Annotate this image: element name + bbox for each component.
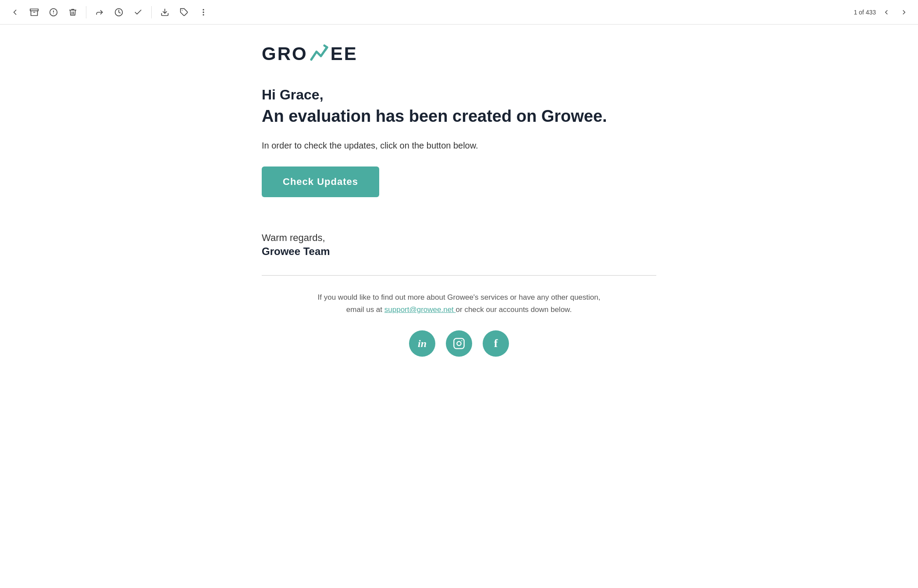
done-button[interactable] [130, 4, 146, 20]
footer-line2: email us at [346, 305, 382, 314]
pagination-prev[interactable] [879, 5, 893, 19]
support-email-link[interactable]: support@growee.net [384, 305, 456, 314]
footer-line1: If you would like to find out more about… [318, 293, 601, 301]
svg-point-9 [203, 12, 204, 13]
footer-text: If you would like to find out more about… [262, 291, 656, 317]
back-button[interactable] [7, 4, 23, 20]
main-heading: An evaluation has been created on Growee… [262, 106, 656, 127]
pagination: 1 of 433 [854, 5, 911, 19]
svg-point-8 [203, 9, 204, 10]
logo: GRO EE [262, 42, 656, 66]
svg-point-12 [457, 342, 461, 346]
footer-line3: or check our accounts down below. [456, 305, 572, 314]
logo-container: GRO EE [262, 42, 656, 66]
social-icons: in f [262, 330, 656, 357]
logo-text-after: EE [331, 43, 358, 64]
snooze-button[interactable] [111, 4, 127, 20]
label-button[interactable] [176, 4, 192, 20]
logo-w-icon [308, 42, 331, 65]
logo-text-before: GRO [262, 43, 308, 64]
more-button[interactable] [196, 4, 211, 20]
linkedin-button[interactable]: in [409, 330, 435, 357]
footer-divider [262, 275, 656, 276]
divider-1 [86, 6, 86, 18]
facebook-button[interactable]: f [483, 330, 509, 357]
svg-point-13 [461, 340, 462, 341]
pagination-text: 1 of 433 [854, 9, 876, 16]
signature: Warm regards, Growee Team [262, 232, 656, 258]
linkedin-icon: in [418, 338, 427, 350]
svg-point-10 [203, 14, 204, 15]
greeting: Hi Grace, [262, 87, 656, 103]
email-body: GRO EE Hi Grace, An evaluation has been … [262, 25, 656, 374]
archive-button[interactable] [26, 4, 42, 20]
divider-2 [151, 6, 152, 18]
pagination-next[interactable] [897, 5, 911, 19]
download-button[interactable] [157, 4, 173, 20]
warm-regards: Warm regards, [262, 232, 656, 244]
footer: If you would like to find out more about… [262, 291, 656, 357]
svg-rect-0 [30, 9, 38, 11]
delete-button[interactable] [65, 4, 81, 20]
team-name: Growee Team [262, 245, 656, 258]
toolbar: 1 of 433 [0, 0, 918, 25]
instagram-icon [453, 337, 465, 350]
body-text: In order to check the updates, click on … [262, 141, 656, 151]
email-area: GRO EE Hi Grace, An evaluation has been … [0, 25, 918, 374]
svg-rect-11 [454, 339, 464, 349]
check-updates-button[interactable]: Check Updates [262, 166, 379, 197]
facebook-icon: f [494, 337, 498, 350]
instagram-button[interactable] [446, 330, 472, 357]
forward-button[interactable] [92, 4, 107, 20]
info-button[interactable] [46, 4, 61, 20]
